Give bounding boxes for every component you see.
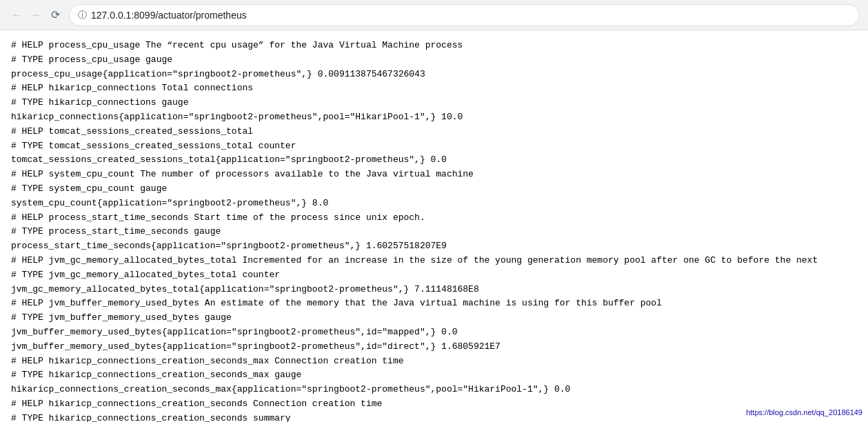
browser-toolbar: ← → ⟳ ⓘ 127.0.0.1:8099/actuator/promethe… [0,0,868,30]
url-text: 127.0.0.1:8099/actuator/prometheus [91,10,247,21]
address-bar[interactable]: ⓘ 127.0.0.1:8099/actuator/prometheus [69,4,860,26]
back-button[interactable]: ← [8,7,25,23]
forward-button[interactable]: → [28,7,44,23]
lock-icon: ⓘ [78,9,87,21]
reload-button[interactable]: ⟳ [47,7,63,23]
nav-buttons: ← → ⟳ [8,7,63,23]
page-content: # HELP process_cpu_usage The “recent cpu… [0,30,868,422]
watermark: https://blog.csdn.net/qq_20186149 [746,408,862,416]
